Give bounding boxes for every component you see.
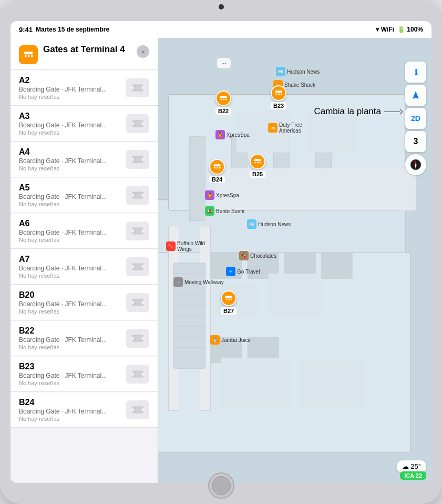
- map-pin-b27[interactable]: B27: [221, 290, 237, 315]
- gate-name: B23: [19, 362, 121, 371]
- gate-ticket-icon: [126, 293, 149, 312]
- weather-icon: ☁: [402, 462, 411, 470]
- map-pin-b25[interactable]: B25: [250, 154, 265, 178]
- gate-name: B20: [19, 290, 121, 300]
- gate-info: B24 Boarding Gate · JFK Terminal... No h…: [19, 398, 121, 422]
- gate-list[interactable]: A2 Boarding Gate · JFK Terminal... No ha…: [11, 70, 158, 483]
- gate-name: A5: [19, 183, 121, 193]
- map-pin-b22[interactable]: B22: [215, 90, 231, 115]
- gate-subtitle: Boarding Gate · JFK Terminal...: [19, 265, 121, 272]
- floor-callout: Cambia la planta: [314, 106, 400, 117]
- gate-item-a3[interactable]: A3 Boarding Gate · JFK Terminal... No ha…: [11, 106, 158, 142]
- gate-item-b24[interactable]: B24 Boarding Gate · JFK Terminal... No h…: [11, 392, 158, 428]
- ipad-screen: 9:41 Martes 15 de septiembre ▾ WiFi 🔋 10…: [11, 21, 431, 483]
- gate-reviews: No hay reseñas: [19, 380, 121, 386]
- gate-item-b22[interactable]: B22 Boarding Gate · JFK Terminal... No h…: [11, 321, 158, 356]
- info-button[interactable]: ℹ: [405, 62, 426, 83]
- left-panel: Gates at Terminal 4 × A2 Boarding Gate ·…: [11, 38, 158, 483]
- gate-name: B24: [19, 398, 121, 407]
- gate-subtitle: Boarding Gate · JFK Terminal...: [19, 229, 121, 236]
- pin-label-b27: B27: [221, 307, 237, 315]
- gate-ticket-icon: [126, 400, 149, 419]
- svg-rect-23: [321, 253, 353, 279]
- gate-info: B20 Boarding Gate · JFK Terminal... No h…: [19, 290, 121, 315]
- place-xpresspa-1: 💆 XpresSpa: [215, 130, 250, 139]
- floor-button[interactable]: 3: [405, 131, 426, 152]
- status-date: Martes 15 de septiembre: [36, 26, 109, 33]
- gate-subtitle: Boarding Gate · JFK Terminal...: [19, 193, 121, 200]
- pin-label-b24: B24: [209, 176, 225, 183]
- map-pin-b24[interactable]: B24: [209, 159, 225, 183]
- gate-info: A3 Boarding Gate · JFK Terminal... No ha…: [19, 112, 121, 136]
- pin-label-b22: B22: [215, 107, 231, 115]
- place-go-travel: ✈ Go Travel: [226, 267, 260, 276]
- svg-rect-57: [132, 264, 143, 270]
- gate-item-a5[interactable]: A5 Boarding Gate · JFK Terminal... No ha…: [11, 178, 158, 213]
- map-controls: ℹ 2D 3: [405, 62, 426, 175]
- svg-rect-26: [215, 168, 415, 210]
- home-button[interactable]: [208, 472, 234, 499]
- map-pin-b23[interactable]: B23: [271, 85, 286, 109]
- gate-ticket-icon: [126, 257, 149, 276]
- svg-rect-31: [221, 358, 290, 410]
- weather-badge: ☁ 25°: [397, 460, 426, 472]
- pin-circle-b24: [209, 159, 225, 175]
- more-button[interactable]: ···: [217, 58, 231, 68]
- gate-reviews: No hay reseñas: [19, 308, 121, 315]
- panel-title: Gates at Terminal 4: [43, 44, 131, 55]
- gate-info: A6 Boarding Gate · JFK Terminal... No ha…: [19, 219, 121, 243]
- place-jamba: 🥤 Jamba Juice: [210, 335, 251, 345]
- svg-rect-30: [269, 274, 321, 316]
- gate-subtitle: Boarding Gate · JFK Terminal...: [19, 122, 121, 129]
- svg-rect-53: [132, 228, 143, 234]
- battery-icon: 🔋 100%: [397, 26, 423, 33]
- status-left: 9:41 Martes 15 de septiembre: [19, 26, 109, 34]
- gate-item-b20[interactable]: B20 Boarding Gate · JFK Terminal... No h…: [11, 285, 158, 320]
- gate-reviews: No hay reseñas: [19, 416, 121, 422]
- pin-label-b23: B23: [271, 102, 286, 109]
- gate-item-a4[interactable]: A4 Boarding Gate · JFK Terminal... No ha…: [11, 142, 158, 177]
- gate-reviews: No hay reseñas: [19, 165, 121, 172]
- callout-line: [384, 112, 400, 112]
- ipad-frame: 9:41 Martes 15 de septiembre ▾ WiFi 🔋 10…: [0, 0, 442, 504]
- pin-circle-b22: [215, 90, 231, 106]
- gate-item-b23[interactable]: B23 Boarding Gate · JFK Terminal... No h…: [11, 357, 158, 392]
- svg-rect-4: [189, 137, 205, 221]
- status-right: ▾ WiFi 🔋 100%: [376, 26, 423, 33]
- gate-reviews: No hay reseñas: [19, 237, 121, 243]
- svg-rect-41: [132, 120, 143, 127]
- gate-ticket-icon: [126, 150, 149, 169]
- gate-subtitle: Boarding Gate · JFK Terminal...: [19, 336, 121, 344]
- floor-callout-text: Cambia la planta: [314, 106, 381, 117]
- view-2d-button[interactable]: 2D: [405, 108, 426, 129]
- compass-button[interactable]: [405, 154, 426, 175]
- panel-header: Gates at Terminal 4 ×: [11, 38, 158, 70]
- place-moving-walkway: → Moving Walkway: [173, 277, 224, 287]
- gate-item-a7[interactable]: A7 Boarding Gate · JFK Terminal... No ha…: [11, 249, 158, 285]
- gate-ticket-icon: [126, 329, 149, 348]
- location-button[interactable]: [405, 85, 426, 106]
- place-xpresspa-2: 💆 XpresSpa: [205, 190, 239, 200]
- gate-item-a2[interactable]: A2 Boarding Gate · JFK Terminal... No ha…: [11, 70, 158, 106]
- gate-name: A4: [19, 147, 121, 157]
- status-bar: 9:41 Martes 15 de septiembre ▾ WiFi 🔋 10…: [11, 21, 431, 38]
- weather-temp: 25°: [410, 462, 421, 470]
- pin-circle-b25: [250, 154, 265, 169]
- gate-subtitle: Boarding Gate · JFK Terminal...: [19, 86, 121, 93]
- ica-badge: ICA 22: [400, 471, 426, 480]
- pin-label-b25: B25: [250, 170, 265, 178]
- gate-info: B22 Boarding Gate · JFK Terminal... No h…: [19, 326, 121, 350]
- close-button[interactable]: ×: [137, 45, 149, 58]
- gate-subtitle: Boarding Gate · JFK Terminal...: [19, 372, 121, 379]
- svg-rect-65: [132, 335, 143, 341]
- gate-item-a6[interactable]: A6 Boarding Gate · JFK Terminal... No ha…: [11, 214, 158, 249]
- gate-name: A3: [19, 112, 121, 121]
- gate-type-icon: [19, 45, 38, 64]
- status-time: 9:41: [19, 26, 33, 34]
- place-hudson-news-1: 📰 Hudson News: [276, 67, 320, 76]
- camera-dot: [219, 4, 224, 9]
- svg-rect-37: [132, 85, 143, 91]
- gate-reviews: No hay reseñas: [19, 273, 121, 279]
- svg-rect-49: [132, 192, 143, 198]
- gate-reviews: No hay reseñas: [19, 129, 121, 136]
